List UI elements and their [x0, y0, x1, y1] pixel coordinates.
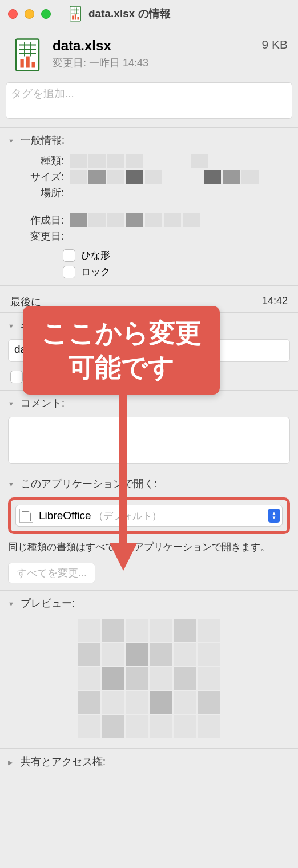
zoom-icon[interactable] [41, 9, 51, 19]
svg-rect-7 [32, 62, 35, 68]
where-label: 場所: [18, 186, 64, 200]
annotation-callout: ここから変更 可能です [23, 306, 220, 395]
modified-date: 変更日: 一昨日 14:43 [53, 56, 261, 70]
section-sharing: 共有とアクセス権: [0, 748, 298, 769]
section-preview: プレビュー: [0, 590, 298, 748]
titlebar: data.xlsx の情報 [0, 0, 298, 27]
preview-thumbnail [8, 616, 290, 742]
svg-rect-3 [78, 17, 79, 20]
chevron-down-icon [8, 479, 16, 488]
close-icon[interactable] [8, 9, 18, 19]
lock-checkbox[interactable] [63, 266, 75, 278]
tags-placeholder: タグを追加... [11, 87, 74, 99]
minimize-icon[interactable] [25, 9, 34, 19]
chevron-down-icon [8, 399, 16, 408]
file-size: 9 KB [261, 38, 288, 51]
open-with-app: LibreOffice [39, 509, 91, 522]
hide-extension-checkbox[interactable] [10, 371, 23, 383]
file-header: data.xlsx 変更日: 一昨日 14:43 9 KB [0, 27, 298, 80]
template-label: ひな形 [81, 249, 110, 262]
kind-label: 種類: [18, 154, 64, 168]
open-with-default: （デフォルト） [94, 509, 162, 523]
libreoffice-icon [19, 509, 33, 523]
size-label: サイズ: [18, 170, 64, 184]
window-controls [8, 9, 51, 19]
open-with-dropdown[interactable]: LibreOffice （デフォルト） ▲▼ [15, 505, 283, 527]
svg-rect-1 [72, 16, 74, 20]
created-label: 作成日: [18, 213, 64, 227]
template-checkbox-row: ひな形 [63, 249, 290, 262]
svg-rect-5 [21, 59, 24, 68]
chevron-right-icon [8, 757, 16, 766]
spreadsheet-file-icon [68, 6, 83, 22]
chevron-down-icon [8, 136, 16, 145]
section-header-open-with[interactable]: このアプリケーションで開く: [8, 477, 290, 491]
open-with-highlight: LibreOffice （デフォルト） ▲▼ [8, 497, 290, 534]
file-name: data.xlsx [53, 38, 261, 54]
section-header-comments[interactable]: コメント: [8, 396, 290, 410]
section-header-preview[interactable]: プレビュー: [8, 596, 290, 610]
chevron-down-icon [8, 599, 16, 608]
comments-input[interactable] [8, 417, 290, 464]
template-checkbox[interactable] [63, 249, 75, 262]
lock-checkbox-row: ロック [63, 265, 290, 278]
tags-input[interactable]: タグを追加... [6, 82, 292, 119]
lock-label: ロック [81, 265, 110, 278]
spreadsheet-file-icon [10, 38, 45, 72]
chevron-down-icon [8, 321, 16, 330]
open-with-help: 同じ種類の書類はすべてこのアプリケーションで開きます。 [8, 540, 290, 555]
window-title: data.xlsx の情報 [88, 6, 171, 21]
section-open-with: このアプリケーションで開く: LibreOffice （デフォルト） ▲▼ 同じ… [0, 471, 298, 590]
change-all-button[interactable]: すべてを変更... [8, 563, 95, 583]
last-opened-time: 14:42 [262, 295, 288, 309]
modified-label: 変更日: [18, 229, 64, 243]
section-header-general[interactable]: 一般情報: [8, 133, 290, 147]
dropdown-arrows-icon: ▲▼ [268, 509, 280, 523]
section-comments: コメント: [0, 390, 298, 471]
section-general: 一般情報: 種類: サイズ: 場所: 作成日: 変更日: ひな形 ロック [0, 127, 298, 285]
svg-rect-2 [75, 14, 76, 19]
section-header-sharing[interactable]: 共有とアクセス権: [8, 755, 290, 769]
svg-rect-6 [26, 57, 30, 68]
